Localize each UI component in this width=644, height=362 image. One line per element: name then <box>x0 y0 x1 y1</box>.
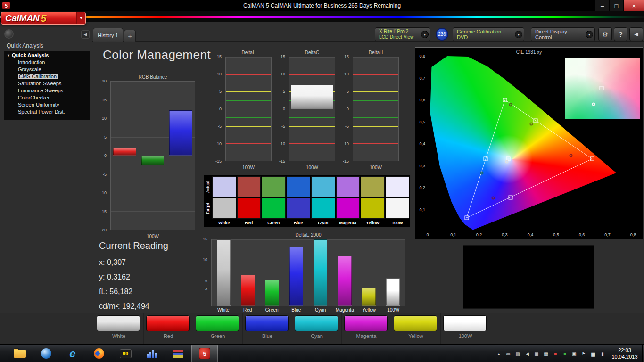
y-tick-label: -15 <box>343 159 349 164</box>
grid-icon[interactable]: ▩ <box>542 351 550 356</box>
taskbar-winrar[interactable] <box>165 345 191 362</box>
close-button[interactable]: × <box>623 0 644 11</box>
sidebar-item-saturation-sweeps[interactable]: Saturation Sweeps <box>4 80 90 87</box>
meter-line-2: LCD Direct View <box>379 34 413 40</box>
calman-logo-menu[interactable]: CalMAN 5 ▼ <box>1 12 86 25</box>
y-tick-label: 5 <box>104 135 107 140</box>
swatch-row-label-actual: Actual <box>205 176 211 197</box>
chevron-down-icon[interactable]: ▼ <box>515 31 522 38</box>
page-title: Color Management <box>103 48 211 62</box>
chevron-down-icon[interactable]: ▼ <box>76 12 85 24</box>
gridline <box>353 109 398 109</box>
sidebar-tree: IntroductionGrayscaleCMS CalibrationSatu… <box>4 59 90 115</box>
sidebar-tree-root[interactable]: ▾ Quick Analysis <box>4 51 90 59</box>
tab-history-1[interactable]: History 1 <box>93 28 123 42</box>
y-tick-label: 10 <box>281 72 285 76</box>
y-tick-label: 0 <box>283 107 285 111</box>
swatch-column-label-magenta: Magenta <box>336 220 360 226</box>
pattern-button-100w[interactable] <box>443 315 487 331</box>
pattern-button-yellow[interactable] <box>394 315 437 331</box>
settings-button[interactable]: ⚙ <box>598 27 612 41</box>
chevron-down-icon[interactable]: ▼ <box>421 31 429 38</box>
document-icon[interactable]: ▤ <box>514 351 521 356</box>
reference-line <box>226 126 271 127</box>
icon-part <box>147 354 149 358</box>
gridline <box>226 57 271 58</box>
chevron-down-icon[interactable]: ▼ <box>586 31 593 38</box>
sidebar-item-luminance-sweeps[interactable]: Luminance Sweeps <box>4 87 90 94</box>
swatch-actual-100w <box>386 176 410 197</box>
meter-count-badge[interactable]: 236 <box>436 28 448 41</box>
help-button[interactable]: ? <box>614 27 627 41</box>
power-icon[interactable]: ▮ <box>599 351 606 356</box>
pattern-button-white[interactable] <box>97 315 140 331</box>
sidebar-item-screen-uniformity[interactable]: Screen Uniformity <box>4 101 90 108</box>
display-icon[interactable]: ▦ <box>533 351 540 356</box>
source-dropdown-text: Generic Calibration DVD <box>457 29 512 40</box>
taskbar-equalizer[interactable] <box>139 345 165 362</box>
collapse-sidebar-button[interactable]: ◀ <box>81 30 90 39</box>
y-tick-label: 3 <box>205 287 207 291</box>
rgb-balance-chart: RGB Balance 20151050-5-10-15-20 100W <box>96 74 195 242</box>
cie-target-red <box>590 156 594 161</box>
app-icon: 5 <box>2 2 10 9</box>
icon-part <box>149 352 151 358</box>
flag-icon[interactable]: ⚑ <box>580 351 587 356</box>
maximize-button[interactable]: □ <box>609 0 623 11</box>
update-icon[interactable]: ▣ <box>570 351 578 356</box>
minimize-button[interactable]: – <box>595 0 609 11</box>
y-tick-label: 0,7 <box>419 76 425 81</box>
media-orb-icon <box>41 348 51 359</box>
taskbar-explorer[interactable] <box>7 345 33 362</box>
display-control-dropdown[interactable]: Direct Display Control ▼ <box>531 27 595 41</box>
explorer-icon <box>14 350 26 358</box>
sidebar-item-spectral-power-dist[interactable]: Spectral Power Dist. <box>4 108 90 115</box>
volume-icon[interactable]: ◀ <box>523 351 531 356</box>
y-tick-label: 0,2 <box>419 185 425 190</box>
taskbar-firefox[interactable] <box>86 345 112 362</box>
taskbar-counter[interactable]: 99 <box>112 345 139 362</box>
reference-line <box>226 100 271 101</box>
bar-blue <box>289 247 304 306</box>
y-axis-labels: 151053 <box>197 239 209 302</box>
swatch-actual-green <box>262 176 286 197</box>
sidebar-item-cms-calibration[interactable]: CMS Calibration <box>4 73 90 80</box>
cie-chart-title: CIE 1931 xy <box>415 49 643 55</box>
collapse-panel-button[interactable]: ◀ <box>629 27 643 41</box>
pattern-button-blue[interactable] <box>245 315 289 331</box>
y-axis-labels: 151050-5-10-15 <box>339 57 351 161</box>
cie-plot <box>428 56 633 231</box>
pattern-button-green[interactable] <box>196 315 239 331</box>
pen-input-icon[interactable]: ▭ <box>504 351 512 356</box>
chart-title: RGB Balance <box>110 74 195 80</box>
y-axis-labels: 20151050-5-10-15-20 <box>96 81 108 230</box>
show-hidden-icons[interactable]: ▴ <box>495 351 503 356</box>
add-tab-button[interactable]: + <box>124 30 136 42</box>
cie-measured-magenta <box>491 197 495 200</box>
sidebar-item-grayscale[interactable]: Grayscale <box>4 66 90 73</box>
network-icon[interactable]: ▆ <box>589 351 597 356</box>
pattern-button-magenta[interactable] <box>344 315 388 331</box>
gridline <box>353 57 398 58</box>
antivirus-icon[interactable]: ■ <box>552 351 559 356</box>
bar-blue <box>169 110 192 156</box>
taskbar-clock[interactable]: 22:03 10.04.2013 <box>608 347 641 360</box>
pattern-label-100w: 100W <box>441 333 490 339</box>
sidebar-item-introduction[interactable]: Introduction <box>4 59 90 66</box>
taskbar-media-orb[interactable] <box>33 345 59 362</box>
reference-line <box>226 143 271 144</box>
source-dropdown[interactable]: Generic Calibration DVD ▼ <box>453 27 524 41</box>
taskbar-calman[interactable]: 5 <box>191 345 218 362</box>
show-desktop-button[interactable] <box>642 345 644 362</box>
tree-expander-icon[interactable]: ▾ <box>8 53 9 58</box>
meter-dropdown[interactable]: X-Rite i1Pro 2 LCD Direct View ▼ <box>375 27 430 41</box>
taskbar-internet-explorer[interactable]: e <box>59 345 86 362</box>
pattern-button-cyan[interactable] <box>295 315 338 331</box>
taskbar-apps: e995 <box>7 345 218 362</box>
pattern-label-magenta: Magenta <box>342 333 391 339</box>
x-tick-label: 0,5 <box>553 232 559 237</box>
pattern-button-red[interactable] <box>146 315 190 331</box>
sync-icon[interactable]: ■ <box>561 351 569 356</box>
options-button[interactable] <box>4 29 14 39</box>
sidebar-item-colorchecker[interactable]: ColorChecker <box>4 94 90 101</box>
